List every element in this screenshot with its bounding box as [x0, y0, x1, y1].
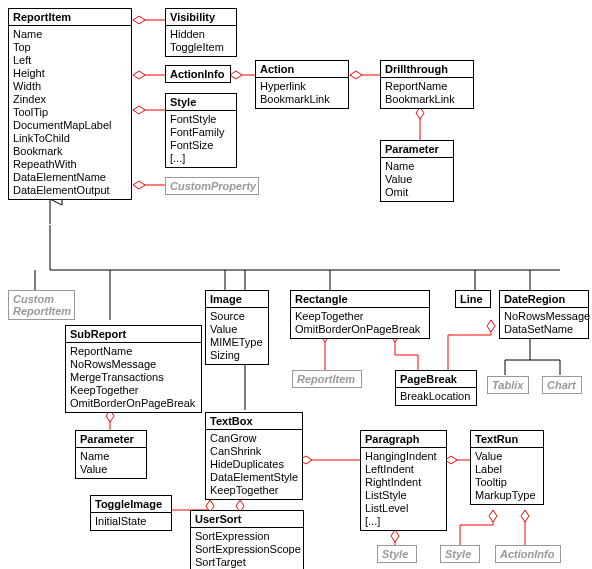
- class-title: Paragraph: [361, 431, 446, 448]
- class-title: Parameter: [381, 141, 453, 158]
- class-textrun: TextRun ValueLabelTooltipMarkupType: [470, 430, 544, 505]
- class-title: SubReport: [66, 326, 201, 343]
- class-attrs: NoRowsMessageDataSetName: [500, 308, 588, 338]
- class-dateregion: DateRegion NoRowsMessageDataSetName: [499, 290, 589, 339]
- class-title: TextBox: [206, 413, 302, 430]
- class-attrs: SortExpressionSortExpressionScopeSortTar…: [191, 528, 303, 569]
- class-attrs: HyperlinkBookmarkLink: [256, 78, 348, 108]
- class-title: Rectangle: [291, 291, 429, 308]
- class-chart: Chart: [542, 376, 582, 394]
- class-title: ToggleImage: [91, 496, 171, 513]
- class-attrs: BreakLocation: [396, 388, 476, 405]
- class-title: Style: [166, 94, 236, 111]
- class-title: CustomProperty: [166, 178, 258, 194]
- class-tablix: Tablix: [487, 376, 529, 394]
- class-title: DateRegion: [500, 291, 588, 308]
- class-rectangle: Rectangle KeepTogetherOmitBorderOnPageBr…: [290, 290, 430, 339]
- class-title: ReportItem: [293, 371, 361, 387]
- class-title: Visibility: [166, 9, 236, 26]
- class-style: Style FontStyleFontFamilyFontSize[...]: [165, 93, 237, 168]
- class-actioninfo: ActionInfo: [165, 65, 231, 83]
- class-textbox: TextBox CanGrowCanShrinkHideDuplicatesDa…: [205, 412, 303, 500]
- class-title: Chart: [543, 377, 581, 393]
- class-title: Custom ReportItem: [9, 291, 74, 319]
- class-title: ActionInfo: [496, 546, 560, 562]
- class-title: ActionInfo: [166, 66, 230, 82]
- class-attrs: CanGrowCanShrinkHideDuplicatesDataElemen…: [206, 430, 302, 499]
- class-style-ref2: Style: [440, 545, 480, 563]
- class-title: PageBreak: [396, 371, 476, 388]
- class-image: Image SourceValueMIMETypeSizing: [205, 290, 269, 365]
- class-customproperty: CustomProperty: [165, 177, 259, 195]
- class-drillthrough: Drillthrough ReportNameBookmarkLink: [380, 60, 474, 109]
- class-subreport: SubReport ReportNameNoRowsMessageMergeTr…: [65, 325, 202, 413]
- class-attrs: NameValue: [76, 448, 146, 478]
- class-title: Image: [206, 291, 268, 308]
- class-attrs: FontStyleFontFamilyFontSize[...]: [166, 111, 236, 167]
- class-parameter-drill: Parameter NameValueOmit: [380, 140, 454, 202]
- class-attrs: InitialState: [91, 513, 171, 530]
- class-paragraph: Paragraph HangingIndentLeftIndentRightIn…: [360, 430, 447, 531]
- class-toggleimage: ToggleImage InitialState: [90, 495, 172, 531]
- class-customreportitem: Custom ReportItem: [8, 290, 75, 320]
- class-action: Action HyperlinkBookmarkLink: [255, 60, 349, 109]
- class-attrs: HangingIndentLeftIndentRightIndentListSt…: [361, 448, 446, 530]
- class-title: Drillthrough: [381, 61, 473, 78]
- class-actioninfo-ref: ActionInfo: [495, 545, 561, 563]
- class-title: UserSort: [191, 511, 303, 528]
- class-style-ref1: Style: [377, 545, 417, 563]
- class-reportitem: ReportItem NameTopLeftHeightWidthZindexT…: [8, 8, 132, 200]
- class-line: Line: [455, 290, 491, 308]
- class-title: Style: [441, 546, 479, 562]
- class-title: Style: [378, 546, 416, 562]
- class-attrs: ValueLabelTooltipMarkupType: [471, 448, 543, 504]
- class-attrs: HiddenToggleItem: [166, 26, 236, 56]
- class-title: Parameter: [76, 431, 146, 448]
- class-title: Line: [456, 291, 490, 307]
- class-title: Tablix: [488, 377, 528, 393]
- class-title: TextRun: [471, 431, 543, 448]
- class-attrs: NameTopLeftHeightWidthZindexToolTipDocum…: [9, 26, 131, 199]
- class-attrs: ReportNameBookmarkLink: [381, 78, 473, 108]
- class-parameter-sub: Parameter NameValue: [75, 430, 147, 479]
- class-reportitem-ref: ReportItem: [292, 370, 362, 388]
- class-attrs: SourceValueMIMETypeSizing: [206, 308, 268, 364]
- class-pagebreak: PageBreak BreakLocation: [395, 370, 477, 406]
- class-usersort: UserSort SortExpressionSortExpressionSco…: [190, 510, 304, 569]
- class-title: ReportItem: [9, 9, 131, 26]
- class-attrs: KeepTogetherOmitBorderOnPageBreak: [291, 308, 429, 338]
- class-title: Action: [256, 61, 348, 78]
- class-attrs: NameValueOmit: [381, 158, 453, 201]
- class-visibility: Visibility HiddenToggleItem: [165, 8, 237, 57]
- class-attrs: ReportNameNoRowsMessageMergeTransactions…: [66, 343, 201, 412]
